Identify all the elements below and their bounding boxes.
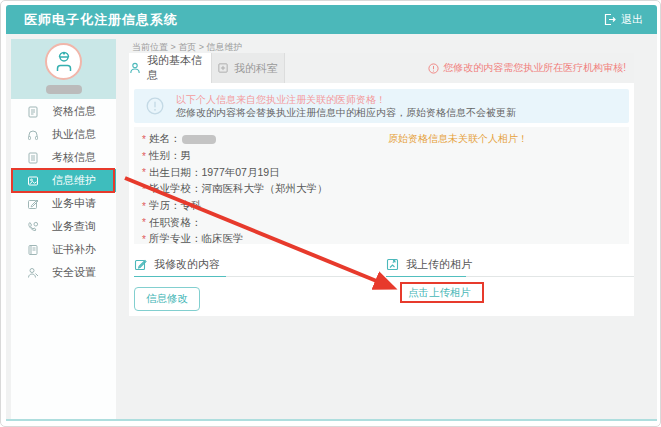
sidebar-item-label: 业务申请: [52, 196, 96, 211]
modified-content-section: 我修改的内容 信息修改: [134, 256, 368, 311]
tab-label: 我的基本信息: [147, 53, 211, 83]
logout-button[interactable]: 退出: [603, 12, 643, 27]
warning-circle-icon: [428, 63, 439, 74]
sidebar-item-business-query[interactable]: 业务查询: [11, 215, 116, 238]
sidebar-item-label: 考核信息: [52, 150, 96, 165]
sidebar-item-label: 信息维护: [52, 173, 96, 188]
sidebar-item-label: 证书补办: [52, 242, 96, 257]
section-divider: [134, 276, 368, 277]
fields-list: * 姓名： * 性别： 男 * 出生日期： 1977年07月19日 * 毕业学校…: [142, 131, 327, 248]
section-divider: [386, 276, 634, 277]
upload-photo-link[interactable]: 点击上传相片: [408, 286, 471, 300]
required-marker: *: [142, 217, 146, 228]
sidebar-item-assessment-info[interactable]: 考核信息: [11, 146, 116, 169]
field-row-education: * 学历： 专科: [142, 198, 327, 215]
required-marker: *: [142, 184, 146, 195]
sidebar-item-label: 安全设置: [52, 265, 96, 280]
logout-label: 退出: [621, 12, 643, 27]
edit-icon: [27, 198, 39, 210]
required-marker: *: [142, 201, 146, 212]
tab-bar: 我的基本信息 我的科室 您修改的内容需您执业所在医疗机构审核!: [129, 53, 634, 83]
pencil-square-icon: [134, 258, 147, 271]
app-window: 医师电子化注册信息系统 退出: [0, 0, 661, 427]
section-title: 我修改的内容: [154, 257, 220, 272]
field-row-birthdate: * 出生日期： 1977年07月19日: [142, 164, 327, 181]
report-icon: [27, 152, 39, 164]
redacted-user-name: [46, 85, 82, 94]
sidebar-menu: 资格信息 执业信息 考核信息 信息维护: [11, 100, 116, 284]
field-row-major: * 所学专业： 临床医学: [142, 231, 327, 248]
sidebar-item-certificate-reissue[interactable]: 证书补办: [11, 238, 116, 261]
modify-info-button[interactable]: 信息修改: [134, 287, 200, 311]
sidebar-item-qualification-info[interactable]: 资格信息: [11, 100, 116, 123]
sidebar-item-info-maintenance[interactable]: 信息维护: [11, 169, 116, 192]
photo-icon: [27, 175, 39, 187]
user-icon: [129, 62, 141, 74]
tab-notice-area: 您修改的内容需您执业所在医疗机构审核!: [285, 53, 634, 83]
tab-my-department[interactable]: 我的科室: [211, 53, 285, 83]
upload-photo-annotation-box: 点击上传相片: [400, 282, 484, 303]
app-title: 医师电子化注册信息系统: [24, 11, 178, 29]
uploaded-photo-section: 我上传的相片: [386, 256, 634, 277]
info-box-line2: 您修改的内容将会替换执业注册信息中的相应内容，原始资格信息不会被更新: [176, 106, 516, 120]
bottom-accent-line: [6, 419, 657, 421]
sidebar-item-label: 执业信息: [52, 127, 96, 142]
photo-missing-notice: 原始资格信息未关联个人相片！: [388, 132, 528, 146]
document-icon: [27, 106, 39, 118]
plus-square-icon: [218, 63, 228, 73]
user-key-icon: [27, 267, 39, 279]
section-title: 我上传的相片: [406, 257, 472, 272]
doctor-avatar-icon: [52, 50, 76, 74]
image-upload-icon: [386, 258, 399, 271]
avatar: [45, 43, 82, 80]
field-row-gender: * 性别： 男: [142, 148, 327, 165]
tab-notice-text: 您修改的内容需您执业所在医疗机构审核!: [443, 61, 626, 75]
required-marker: *: [142, 134, 146, 145]
app-header: 医师电子化注册信息系统 退出: [6, 5, 657, 34]
required-marker: *: [142, 151, 146, 162]
tab-label: 我的科室: [234, 61, 278, 76]
field-value: 河南医科大学（郑州大学）: [201, 182, 327, 196]
sidebar-item-label: 资格信息: [52, 104, 96, 119]
book-icon: [27, 244, 39, 256]
sidebar-item-business-apply[interactable]: 业务申请: [11, 192, 116, 215]
field-value: 专科: [180, 199, 201, 213]
required-marker: *: [142, 167, 146, 178]
info-box-line1: 以下个人信息来自您执业注册关联的医师资格！: [176, 93, 386, 107]
field-value: 1977年07月19日: [201, 166, 279, 180]
sidebar-item-label: 业务查询: [52, 219, 96, 234]
sidebar-item-practice-info[interactable]: 执业信息: [11, 123, 116, 146]
required-marker: *: [142, 234, 146, 245]
redacted-name-value: [182, 135, 216, 144]
phone-icon: [27, 221, 39, 233]
field-row-title-qualification: * 任职资格：: [142, 214, 327, 231]
field-value: 男: [180, 149, 191, 163]
field-value: 临床医学: [201, 232, 243, 246]
exit-icon: [603, 13, 616, 26]
tab-basic-info[interactable]: 我的基本信息: [129, 53, 211, 83]
sidebar-item-security-settings[interactable]: 安全设置: [11, 261, 116, 284]
headset-icon: [27, 129, 39, 141]
field-row-school: * 毕业学校： 河南医科大学（郑州大学）: [142, 181, 327, 198]
info-circle-icon: [146, 97, 164, 119]
field-row-name: * 姓名：: [142, 131, 327, 148]
